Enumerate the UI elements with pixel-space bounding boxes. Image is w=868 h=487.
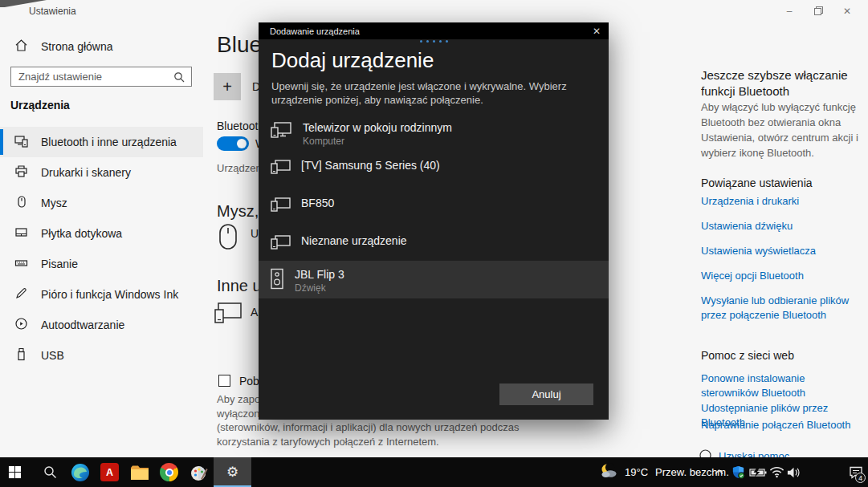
unknown-device-icon	[270, 234, 291, 255]
help-circle-icon	[699, 449, 711, 457]
acrobat-icon[interactable]: A	[95, 457, 124, 487]
start-button[interactable]	[0, 457, 30, 487]
device-row-unknown[interactable]: Nieznane urządzenie	[259, 227, 609, 261]
bluetooth-devices-icon	[14, 134, 28, 150]
device-name: Telewizor w pokoju rodzinnym	[303, 121, 452, 135]
notification-center-button[interactable]: 4	[843, 457, 868, 487]
printer-icon	[14, 164, 28, 181]
link-fix-connections[interactable]: Naprawianie połączeń Bluetooth	[701, 418, 858, 432]
file-explorer-icon[interactable]	[124, 457, 154, 487]
unknown-device-icon	[270, 197, 291, 217]
close-button[interactable]: ✕	[833, 0, 862, 22]
sidebar-item-pen[interactable]: Pióro i funkcja Windows Ink	[0, 279, 203, 310]
svg-text:A: A	[106, 467, 113, 478]
sidebar-item-label: Pióro i funkcja Windows Ink	[41, 288, 178, 301]
link-sound-settings[interactable]: Ustawienia dźwięku	[701, 219, 858, 233]
bluetooth-toggle[interactable]	[217, 136, 249, 151]
link-devices-printers[interactable]: Urządzenia i drukarki	[701, 194, 858, 209]
sidebar-item-home[interactable]: Strona główna	[14, 39, 113, 55]
link-reinstall-drivers[interactable]: Ponowne instalowanie sterowników Bluetoo…	[701, 371, 858, 400]
device-type: Komputer	[303, 136, 452, 148]
minimize-button[interactable]: –	[775, 0, 804, 22]
sidebar-item-label: Drukarki i skanery	[41, 166, 131, 179]
unknown-device-icon	[270, 159, 291, 180]
security-shield-icon[interactable]	[729, 457, 747, 487]
taskbar-search-button[interactable]	[35, 457, 65, 487]
add-device-dialog: Dodawanie urządzenia ✕ Dodaj urządzenie …	[259, 22, 609, 420]
sidebar-item-label: Bluetooth i inne urządzenia	[41, 136, 177, 148]
device-name: [TV] Samsung 5 Series (40)	[301, 159, 440, 172]
related-settings-heading: Powiązane ustawienia	[701, 177, 858, 189]
sidebar-item-label: USB	[41, 349, 64, 362]
tray-chevron-up-icon[interactable]	[710, 457, 727, 487]
device-name: JBL Flip 3	[295, 268, 344, 282]
quick-enable-heading: Jeszcze szybsze włączanie funkcji Blueto…	[701, 67, 858, 99]
sidebar-item-touchpad[interactable]: Płytka dotykowa	[0, 218, 203, 249]
link-send-receive-files[interactable]: Wysyłanie lub odbieranie plików przez po…	[701, 294, 858, 323]
settings-search	[10, 67, 192, 87]
mouse-icon	[14, 195, 28, 211]
edge-browser-icon[interactable]	[65, 457, 95, 487]
gear-icon: ⚙	[226, 464, 238, 480]
desktop: Ustawienia – ✕ Strona główna Urządzenia …	[0, 0, 868, 487]
sidebar-item-printers[interactable]: Drukarki i skanery	[0, 157, 203, 188]
sidebar-items: Bluetooth i inne urządzenia Drukarki i s…	[0, 127, 203, 371]
device-name: BF850	[301, 197, 334, 210]
windows-logo-icon	[8, 465, 22, 479]
paint-icon[interactable]	[184, 457, 214, 487]
get-help-label: Uzyskaj pomoc	[719, 449, 789, 457]
metered-note-line: (sterowników, informacji i aplikacji) dl…	[217, 420, 546, 435]
device-list: Telewizor w pokoju rodzinnym Komputer [T…	[259, 114, 609, 298]
search-icon[interactable]	[173, 71, 185, 83]
moon-cloud-icon	[600, 463, 617, 481]
quick-enable-body: Aby włączyć lub wyłączyć funkcję Bluetoo…	[701, 99, 858, 160]
speaker-device-icon	[270, 268, 284, 293]
dialog-close-button[interactable]: ✕	[583, 26, 601, 37]
link-more-bluetooth-options[interactable]: Więcej opcji Bluetooth	[701, 269, 858, 283]
sidebar-home-label: Strona główna	[41, 40, 113, 53]
device-row-tv-family[interactable]: Telewizor w pokoju rodzinnym Komputer	[259, 114, 609, 152]
link-display-settings[interactable]: Ustawienia wyświetlacza	[701, 244, 858, 258]
web-help-heading: Pomoc z sieci web	[701, 349, 858, 362]
sidebar-item-label: Płytka dotykowa	[41, 227, 122, 240]
search-input[interactable]	[11, 71, 173, 83]
chrome-icon[interactable]	[154, 457, 184, 487]
device-name: Nieznane urządzenie	[301, 234, 407, 248]
dialog-subtitle: Upewnij się, że urządzenie jest włączone…	[271, 79, 602, 107]
dialog-heading: Dodaj urządzenie	[271, 48, 434, 73]
sidebar-item-usb[interactable]: USB	[0, 340, 203, 371]
autoplay-icon	[14, 317, 28, 333]
bluetooth-label: Bluetooth	[217, 120, 264, 132]
device-row-samsung-tv[interactable]: [TV] Samsung 5 Series (40)	[259, 152, 609, 189]
usb-icon	[14, 347, 28, 363]
device-row-bf850[interactable]: BF850	[259, 189, 609, 227]
sidebar-item-typing[interactable]: Pisanie	[0, 249, 203, 279]
battery-icon[interactable]	[748, 457, 768, 487]
window-controls: – ✕	[775, 0, 862, 22]
wifi-icon[interactable]	[768, 457, 785, 487]
sidebar-item-autoplay[interactable]: Autoodtwarzanie	[0, 310, 203, 340]
add-device-button[interactable]: +	[214, 73, 241, 100]
metered-checkbox[interactable]	[218, 375, 230, 387]
restore-button[interactable]	[804, 0, 833, 22]
search-icon	[43, 465, 57, 479]
notification-badge: 4	[855, 473, 866, 483]
pen-icon	[14, 286, 28, 302]
sidebar-item-label: Pisanie	[41, 258, 78, 270]
weather-temp: 19°C	[625, 466, 648, 478]
taskbar-settings-button-active[interactable]: ⚙	[214, 457, 251, 487]
sidebar-item-mouse[interactable]: Mysz	[0, 188, 203, 218]
device-row-jbl-flip3[interactable]: JBL Flip 3 Dźwięk	[259, 261, 609, 298]
taskbar: A ⚙ 19°C Przew. bezchm.	[0, 457, 868, 487]
cancel-button[interactable]: Anuluj	[499, 384, 593, 405]
sidebar-item-bluetooth[interactable]: Bluetooth i inne urządzenia	[0, 127, 203, 157]
volume-icon[interactable]	[784, 457, 802, 487]
home-icon	[14, 39, 28, 55]
sidebar-section-header: Urządzenia	[10, 99, 70, 112]
mouse-device-icon	[218, 223, 238, 254]
get-help-link-clipped[interactable]: Uzyskaj pomoc	[699, 449, 789, 457]
dialog-title: Dodawanie urządzenia	[270, 26, 583, 36]
device-type: Dźwięk	[295, 282, 344, 294]
window-title: Ustawienia	[29, 6, 76, 17]
desktop-pc-icon	[270, 121, 292, 144]
